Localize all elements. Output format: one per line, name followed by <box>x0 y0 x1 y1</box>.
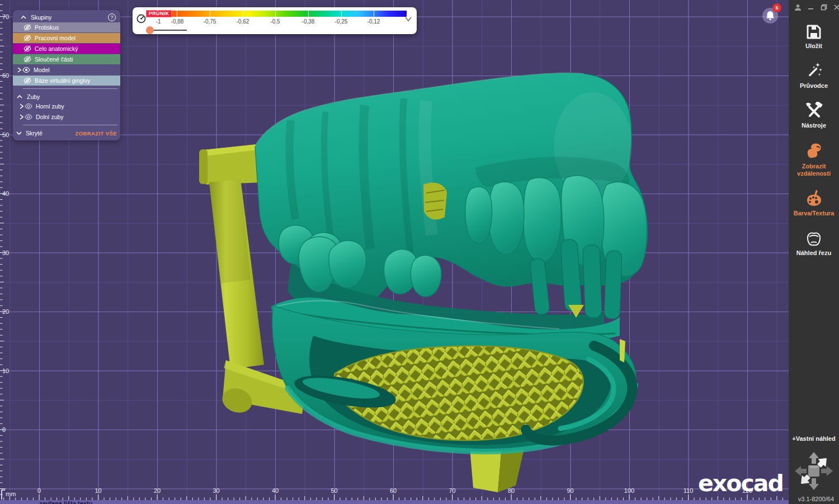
colorbar-tick-label: -0,88 <box>171 18 184 25</box>
floppy-disk-icon <box>805 23 822 40</box>
custom-view-button[interactable]: +Vastní náhled <box>792 435 835 442</box>
svg-text:30: 30 <box>2 249 9 256</box>
group-item-label: Model <box>34 67 50 73</box>
section-preview-button[interactable]: Náhled řezu <box>796 229 831 257</box>
colorbar-slider-track[interactable] <box>150 30 187 31</box>
eye-icon <box>25 103 32 110</box>
tools-label: Nástroje <box>802 122 826 129</box>
divider <box>23 125 117 125</box>
tool-sidebar: Uložit Průvodce Nástroje <box>789 0 839 504</box>
help-icon[interactable]: ? <box>108 13 116 21</box>
group-item-horni-zuby[interactable]: Horní zuby <box>13 101 120 111</box>
group-item-dolni-zuby[interactable]: Dolní zuby <box>13 112 120 122</box>
color-texture-button[interactable]: Barva/Textura <box>794 190 835 217</box>
colorbar-separator <box>374 11 374 17</box>
svg-text:50: 50 <box>2 131 9 138</box>
group-item-label: Horní zuby <box>36 103 64 110</box>
palette-icon <box>805 190 823 208</box>
group-item-sloucene-casti[interactable]: Sloučené části <box>13 54 120 64</box>
save-button[interactable]: Uložit <box>805 23 822 50</box>
svg-text:70: 70 <box>449 487 455 494</box>
groups-panel-header[interactable]: Skupiny ? <box>13 12 120 22</box>
show-distances-icon <box>804 142 823 161</box>
svg-text:50: 50 <box>331 487 337 494</box>
colorbar-tick-label: -0,38 <box>302 18 315 25</box>
svg-text:10: 10 <box>2 368 9 374</box>
show-distances-button[interactable]: Zobrazit vzdálenosti <box>797 142 831 177</box>
tools-button[interactable]: Nástroje <box>802 102 826 129</box>
restore-button[interactable] <box>821 4 827 11</box>
colorbar-separator <box>308 11 309 17</box>
eye-off-icon <box>23 56 31 63</box>
svg-text:40: 40 <box>2 190 9 197</box>
notifications-bell[interactable]: 5 <box>761 7 779 25</box>
color-scale-bar <box>146 11 407 17</box>
hidden-section-label[interactable]: Skryté <box>26 130 43 136</box>
svg-text:80: 80 <box>508 487 515 494</box>
chevron-right-icon[interactable] <box>16 67 22 73</box>
svg-text:40: 40 <box>272 487 279 494</box>
notification-badge: 5 <box>772 3 781 12</box>
user-account-button[interactable] <box>794 4 802 11</box>
chevron-right-icon[interactable] <box>18 103 25 110</box>
close-button[interactable] <box>833 4 839 11</box>
tools-icon <box>804 102 823 120</box>
minimize-button[interactable] <box>808 4 814 11</box>
group-item-pracovni-model[interactable]: Pracovní model <box>13 33 120 43</box>
eye-icon <box>25 114 32 120</box>
colorbar-title: PRŮNIK <box>146 10 172 17</box>
group-item-label: Pracovní model <box>35 35 76 41</box>
colorbar-separator <box>341 11 342 17</box>
svg-text:0: 0 <box>37 487 41 494</box>
status-bar-text: zavřená lišta textu <box>39 500 92 504</box>
colorbar-tick-label: -0,5 <box>270 18 280 25</box>
chevron-right-icon[interactable] <box>18 114 25 120</box>
group-item-label: Báze virtuální gingivy <box>35 77 90 84</box>
colorbar-tick-label: -1 <box>156 18 161 25</box>
tooth-outline-icon <box>804 229 823 247</box>
group-item-label: Sloučené části <box>35 56 73 63</box>
groups-panel: Skupiny ? Protiskus Pracovní model <box>13 10 120 140</box>
group-item-model[interactable]: Model <box>13 65 120 75</box>
wizard-button[interactable]: Průvodce <box>800 62 828 90</box>
svg-text:0: 0 <box>2 426 6 433</box>
group-item-protiskus[interactable]: Protiskus <box>13 22 120 32</box>
save-label: Uložit <box>805 43 822 50</box>
group-item-baze-virtualni-gingivy[interactable]: Báze virtuální gingivy <box>13 76 120 86</box>
chevron-up-icon <box>20 14 27 21</box>
teeth-section-title: Zuby <box>27 93 116 100</box>
teeth-section-header[interactable]: Zuby <box>13 92 120 101</box>
eye-off-icon <box>23 45 31 52</box>
colorbar-tick-label: -0,25 <box>335 18 348 25</box>
show-distances-label-line1: Zobrazit <box>802 163 826 169</box>
divider <box>23 88 117 89</box>
colorbar-ticks: -1-0,88-0,75-0,62-0,5-0,38-0,25-0,12 <box>133 18 417 25</box>
colorbar-tick-label: -0,75 <box>204 18 216 25</box>
colorbar-separator <box>210 11 210 17</box>
show-all-button[interactable]: ZOBRAZIT VŠE <box>76 130 117 136</box>
svg-text:110: 110 <box>684 487 694 494</box>
view-compass[interactable] <box>793 450 835 492</box>
colorbar-slider-handle[interactable] <box>146 26 154 34</box>
chevron-up-icon <box>16 93 23 100</box>
chevron-down-icon[interactable] <box>16 130 22 136</box>
3d-viewport[interactable]: 0102030405060708090100110120mm 706050403… <box>0 0 789 504</box>
chevron-down-icon[interactable] <box>404 16 412 22</box>
color-texture-label: Barva/Textura <box>794 210 835 217</box>
colorbar-separator <box>177 11 177 17</box>
eye-off-icon <box>23 35 31 41</box>
colorbar-separator <box>275 11 276 17</box>
svg-text:90: 90 <box>567 487 573 494</box>
exocad-app: 0102030405060708090100110120mm 706050403… <box>0 0 839 504</box>
status-bar[interactable]: zavřená lišta textu <box>0 500 789 504</box>
group-item-celo-anatomicky[interactable]: Celo anatomický <box>13 44 120 54</box>
section-preview-label: Náhled řezu <box>796 249 831 257</box>
show-distances-label-line2: vzdálenosti <box>797 170 831 177</box>
svg-text:20: 20 <box>2 308 9 315</box>
eye-off-icon <box>23 24 31 31</box>
svg-text:20: 20 <box>154 487 161 494</box>
wizard-label: Průvodce <box>800 82 828 90</box>
svg-text:10: 10 <box>95 487 101 494</box>
svg-text:100: 100 <box>624 487 634 494</box>
svg-text:mm: mm <box>6 491 16 497</box>
